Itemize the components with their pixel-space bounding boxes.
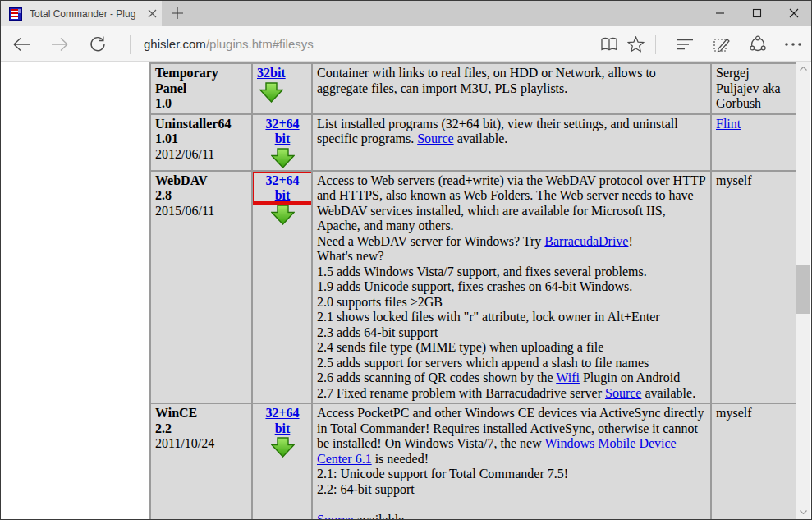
window-controls: [701, 0, 812, 26]
share-button[interactable]: [748, 35, 768, 54]
plugins-table-body: Temporary Panel 1.0 32bit Container with…: [150, 63, 797, 520]
minimize-icon: [715, 8, 725, 18]
download-link[interactable]: 32+64 bit: [257, 117, 308, 147]
ellipsis-icon: [784, 42, 802, 47]
titlebar: Total Commander - Plug: [0, 0, 812, 26]
more-button[interactable]: [783, 35, 803, 54]
plugin-name: Temporary Panel: [155, 66, 248, 96]
plugin-version: 2.8: [155, 188, 248, 204]
close-button[interactable]: [775, 0, 812, 26]
text-link[interactable]: Wifi: [556, 370, 580, 384]
maximize-button[interactable]: [738, 0, 775, 26]
browser-tab[interactable]: Total Commander - Plug: [1, 1, 162, 26]
tab-title: Total Commander - Plug: [30, 8, 143, 20]
plugin-name-cell: WebDAV 2.8 2015/06/11: [150, 171, 252, 404]
chevron-down-icon: [800, 510, 807, 514]
url-path: /plugins.htm#filesys: [206, 37, 314, 51]
close-icon: [789, 8, 799, 18]
download-cell: 32bit: [252, 63, 312, 114]
download-cell: 32+64 bit: [252, 171, 312, 404]
plugin-date: 2015/06/11: [155, 204, 248, 219]
minimize-button[interactable]: [701, 0, 738, 26]
download-arrow-icon[interactable]: [259, 82, 283, 103]
plugin-date: 2012/06/11: [155, 147, 248, 163]
scroll-up-button[interactable]: [796, 62, 810, 76]
plugin-description: Access to Web servers (read+write) via t…: [312, 171, 711, 404]
plugin-name-cell: Uninstaller64 1.01 2012/06/11: [150, 114, 252, 171]
plugin-description: Container with links to real files, on H…: [312, 63, 711, 114]
text-link[interactable]: Flint: [716, 117, 741, 131]
plugins-table: Temporary Panel 1.0 32bit Container with…: [149, 62, 798, 520]
scroll-down-button[interactable]: [796, 505, 810, 519]
download-cell: 32+64 bit: [252, 403, 312, 520]
plugin-date: 2011/10/24: [155, 436, 248, 452]
click-highlight-box: [252, 171, 312, 205]
plugin-author: Flint: [711, 114, 797, 171]
plugin-version: 2.2: [155, 421, 248, 437]
share-icon: [749, 35, 767, 53]
table-row: WinCE 2.2 2011/10/24 32+64 bit Access Po…: [150, 403, 797, 520]
navigation-bar: ghisler.com/plugins.htm#filesys: [1, 26, 811, 62]
book-icon: [600, 37, 618, 52]
total-commander-favicon: [9, 7, 22, 21]
refresh-icon: [89, 35, 107, 53]
tab-close-icon[interactable]: [148, 9, 157, 18]
download-link[interactable]: 32bit: [257, 66, 286, 81]
table-row: Temporary Panel 1.0 32bit Container with…: [150, 63, 797, 114]
plugin-name: WebDAV: [155, 173, 248, 189]
plugin-description: List installed programs (32+64 bit), vie…: [312, 114, 711, 171]
download-cell: 32+64 bit: [252, 114, 312, 171]
plugin-description: Access PocketPC and other Windows CE dev…: [312, 403, 711, 520]
reading-view-button[interactable]: [599, 35, 619, 54]
hub-lines-icon: [676, 38, 694, 51]
table-row: WebDAV 2.8 2015/06/11 32+64 bit Access t…: [150, 171, 797, 404]
hub-button[interactable]: [675, 35, 695, 54]
download-arrow-icon[interactable]: [271, 437, 295, 458]
web-note-button[interactable]: [712, 35, 732, 54]
plugin-author: Sergej Puljajev aka Gorbush: [711, 63, 797, 114]
plugin-version: 1.0: [155, 96, 248, 112]
download-arrow-icon[interactable]: [271, 148, 295, 168]
text-link[interactable]: Source: [417, 131, 453, 145]
plugin-author: myself: [711, 171, 797, 404]
plugin-name-cell: WinCE 2.2 2011/10/24: [150, 403, 252, 520]
download-link[interactable]: 32+64 bit: [257, 406, 308, 436]
new-tab-button[interactable]: [169, 5, 186, 21]
text-link[interactable]: Source: [317, 513, 353, 520]
forward-button[interactable]: [50, 35, 70, 54]
table-row: Uninstaller64 1.01 2012/06/11 32+64 bit …: [150, 114, 797, 171]
url-domain: ghisler.com: [144, 37, 206, 51]
refresh-button[interactable]: [88, 35, 108, 54]
pen-note-icon: [713, 35, 731, 53]
plugin-name-cell: Temporary Panel 1.0: [150, 63, 252, 114]
plugin-name: Uninstaller64: [155, 117, 248, 132]
address-bar[interactable]: ghisler.com/plugins.htm#filesys: [144, 26, 587, 61]
plugin-author: myself: [711, 403, 797, 520]
maximize-icon: [752, 8, 762, 18]
plugin-name: WinCE: [155, 406, 248, 421]
favorites-button[interactable]: [626, 35, 645, 54]
text-link[interactable]: Source: [605, 386, 641, 400]
back-button[interactable]: [11, 35, 31, 54]
text-link[interactable]: BarracudaDrive: [544, 234, 628, 248]
toolbar-divider: [655, 35, 656, 54]
download-arrow-icon[interactable]: [271, 205, 295, 225]
star-icon: [627, 36, 645, 53]
back-arrow-icon: [12, 37, 30, 52]
chevron-up-icon: [800, 67, 807, 71]
forward-arrow-icon: [51, 37, 69, 52]
scrollbar-thumb[interactable]: [796, 265, 810, 314]
text-link[interactable]: Windows Mobile Device Center 6.1: [317, 436, 677, 466]
vertical-scrollbar[interactable]: [796, 62, 810, 519]
page-content: Temporary Panel 1.0 32bit Container with…: [1, 62, 811, 519]
plugin-version: 1.01: [155, 131, 248, 147]
address-divider: [130, 35, 131, 54]
